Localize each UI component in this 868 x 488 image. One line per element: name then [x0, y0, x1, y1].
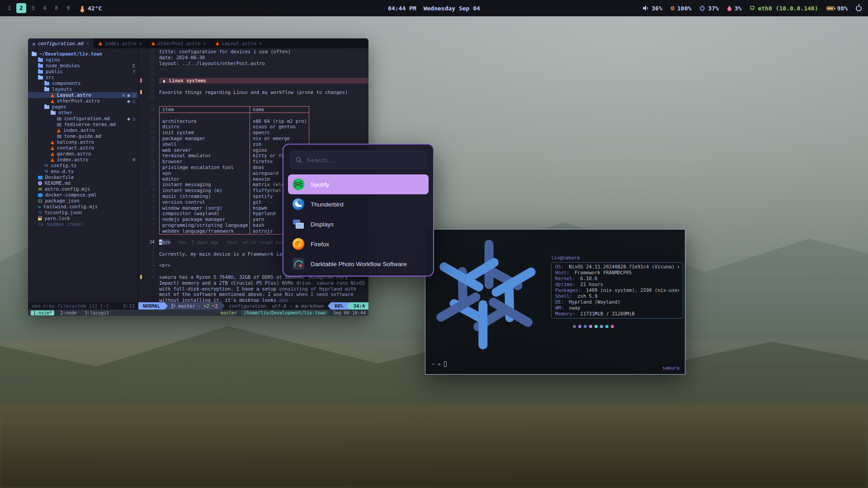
statusline: neo-tree filesystem [1] [-] 8:13 NORMAL … [28, 302, 368, 310]
tree-item[interactable]: tsconfig.json [28, 210, 138, 216]
launcher-item[interactable]: Darktable Photo Workflow Software [288, 254, 429, 274]
workspace-button[interactable]: 9 [63, 3, 73, 13]
tree-item[interactable]: otherPost.astro ● ▢ [28, 98, 138, 104]
line-number: 4 [143, 263, 155, 268]
workspace-switcher: 1 2 3 4 8 9 [5, 3, 73, 13]
tree-root[interactable]: ~/Development/liv.town [28, 51, 138, 57]
buffer-line[interactable]: 27 [140, 84, 368, 89]
buffer-line[interactable]: 25 [140, 95, 368, 101]
launcher-item[interactable]: Spotify [288, 174, 429, 194]
filetype-icon [216, 42, 219, 45]
buffer-line[interactable]: 33title: configuration for devices i use… [140, 49, 368, 55]
tree-item[interactable]: package.json [28, 198, 138, 204]
editor-tab[interactable]: otherPost.astro × [147, 38, 211, 48]
buffer-line[interactable] [140, 101, 368, 107]
tree-item[interactable]: src [28, 75, 138, 80]
launcher-item[interactable]: Thunderbird [288, 194, 429, 214]
buffer-line[interactable]: 32date: 2024-08-30 [140, 55, 368, 61]
line-number: 19 [143, 130, 155, 136]
tree-item[interactable]: Layout.astro H ● ▢ [28, 92, 138, 98]
workspace-button[interactable]: 8 [52, 3, 61, 13]
disk-module[interactable]: 3% [727, 5, 742, 12]
editor-tab[interactable]: Layout.astro × [211, 38, 267, 48]
tree-item[interactable]: node_modules E [28, 63, 138, 69]
buffer-line[interactable]: 6sakura has a Ryzen 5 7640U, 32GB of DDR… [140, 274, 368, 302]
cpu-value: 100% [677, 5, 691, 12]
buffer-line[interactable]: 26Favorite things regarding Linux and my… [140, 89, 368, 95]
power-button[interactable] [856, 5, 862, 11]
tree-item[interactable]: README.md [28, 180, 138, 186]
tmux-window[interactable]: 2:node [58, 310, 79, 315]
editor-tab[interactable]: configuration.md × [28, 38, 94, 48]
tree-item[interactable]: contact.astro [28, 145, 138, 151]
tree-item[interactable]: garden.astro [28, 151, 138, 157]
editor-tab[interactable]: index.astro × [94, 38, 147, 48]
gutter-sign [140, 78, 142, 83]
buffer-line[interactable]: 21architecturex86_64 (rip m2 pro) [140, 118, 368, 124]
heading-text: Linux systems [169, 78, 206, 84]
item-icon [51, 158, 54, 162]
search-input[interactable] [307, 157, 421, 164]
tmux-window[interactable]: 3:lazygit [82, 310, 111, 315]
buffer-line[interactable]: 18package managernix or emerge [140, 136, 368, 141]
volume-module[interactable]: 36% [642, 5, 662, 12]
scroll-percent: 80% [331, 302, 347, 310]
tree-item[interactable]: docker-compose.yml [28, 192, 138, 198]
tree-item[interactable]: env.d.ts [28, 169, 138, 174]
buffer-line[interactable]: 31layout: ../../layouts/otherPost.astro [140, 61, 368, 66]
tree-item[interactable]: yarn.lock [28, 216, 138, 221]
terminal-window[interactable]: liv@sakura OS: NixOS 24.11.20240828.71e9… [425, 229, 685, 375]
buffer-line[interactable]: 23itemname [140, 107, 368, 113]
tree-item-label: other [58, 110, 73, 116]
tree-item[interactable]: layouts [28, 86, 138, 92]
fetch-info-label: DE: [555, 299, 564, 305]
workspace-button[interactable]: 3 [28, 3, 38, 13]
shell-prompt[interactable]: ~ > [432, 361, 447, 367]
buffer-line[interactable]: 29 [140, 72, 368, 78]
buffer-line[interactable]: 28Linux systems [140, 78, 368, 84]
line-number: 1 [143, 245, 155, 251]
line-number: 25 [143, 95, 155, 101]
tmux-window[interactable]: 1:nvim* [31, 310, 54, 315]
powerline-separator [328, 302, 331, 310]
memory-module[interactable]: 37% [699, 5, 718, 12]
tree-item[interactable]: astro.config.mjs [28, 186, 138, 192]
line-number: 27 [143, 84, 155, 89]
tree-item[interactable]: fediverse-terms.md [28, 122, 138, 127]
buffer-line[interactable]: 20distronixos or gentoo [140, 124, 368, 130]
filetype-label: markdown [301, 302, 324, 310]
item-icon [38, 58, 43, 62]
tree-item[interactable]: index.astro [28, 127, 138, 133]
launcher-item[interactable]: Firefox [288, 234, 429, 254]
tree-item[interactable]: tone-guide.md [28, 133, 138, 139]
tree-item[interactable]: nginx [28, 57, 138, 63]
workspace-button[interactable]: 2 [16, 3, 26, 13]
buffer-line[interactable]: 19init systemopenrc [140, 130, 368, 136]
workspace-button[interactable]: 4 [40, 3, 50, 13]
tree-item-markers: ? [132, 69, 138, 75]
search-box[interactable] [290, 151, 427, 169]
tab-close-icon[interactable]: × [203, 41, 206, 46]
battery-module[interactable]: 98% [826, 5, 848, 12]
tree-item[interactable]: pages [28, 104, 138, 110]
network-module[interactable]: eth0 (10.0.0.140) [750, 5, 818, 12]
tree-item-markers: ● ▢ [127, 116, 138, 122]
buffer-line[interactable] [140, 113, 368, 118]
buffer-line[interactable]: 30--- [140, 66, 368, 72]
tree-item[interactable]: other [28, 110, 138, 116]
workspace-button[interactable]: 1 [5, 3, 14, 13]
launcher-item[interactable]: Displays [288, 214, 429, 234]
tree-item[interactable]: Dockerfile [28, 174, 138, 180]
tree-item[interactable]: (6 hidden items) [28, 221, 138, 227]
git-blame-text: You, 5 days ago - feat: write rough post… [178, 240, 295, 245]
tab-close-icon[interactable]: × [86, 41, 89, 46]
cpu-module[interactable]: ⚙ 100% [670, 5, 691, 12]
temperature-module[interactable]: 42°C [80, 5, 102, 12]
tab-close-icon[interactable]: × [259, 41, 262, 46]
tree-item[interactable]: configuration.md ● ▢ [28, 116, 138, 122]
tree-item[interactable]: components [28, 80, 138, 86]
tab-close-icon[interactable]: × [139, 41, 142, 46]
tree-item[interactable]: public ? [28, 69, 138, 75]
tree-item[interactable]: balcony.astro [28, 139, 138, 145]
tree-item[interactable]: tailwind.config.mjs [28, 204, 138, 210]
